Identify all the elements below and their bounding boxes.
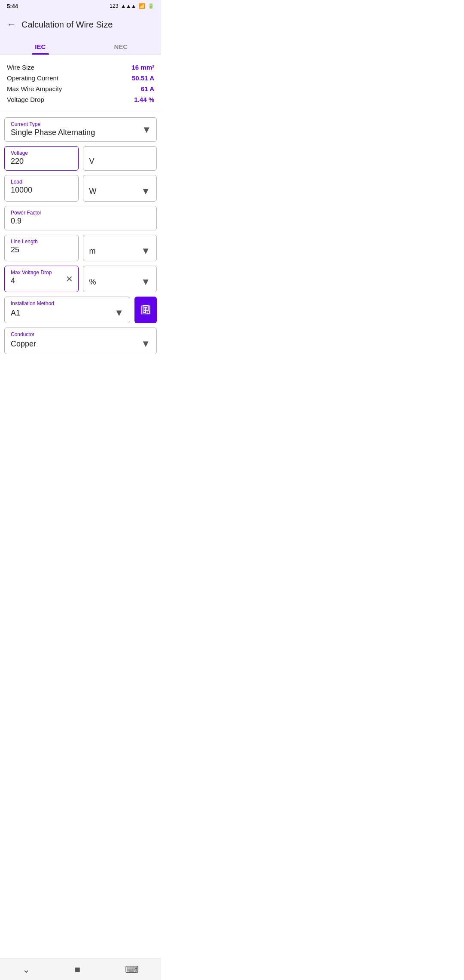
max-voltage-drop-field[interactable]: Max Voltage Drop 4 ✕ — [4, 266, 79, 292]
conductor-dropdown-icon[interactable]: ▼ — [141, 338, 150, 349]
wifi-icon: 📶 — [139, 3, 145, 9]
result-max-ampacity: Max Wire Ampacity 61 A — [7, 83, 154, 94]
result-wire-size: Wire Size 16 mm² — [7, 62, 154, 73]
power-factor-field[interactable]: Power Factor 0.9 — [4, 206, 157, 230]
result-voltage-drop: Voltage Drop 1.44 % — [7, 94, 154, 105]
line-length-unit-field[interactable]: m ▼ — [83, 235, 157, 261]
page-title: Calculation of Wire Size — [21, 20, 113, 30]
line-length-unit-dropdown-icon[interactable]: ▼ — [141, 245, 150, 257]
current-type-field[interactable]: Current Type Single Phase Alternating ▼ — [4, 117, 157, 142]
bottom-nav: ⌄ ■ ⌨ — [0, 959, 161, 980]
voltage-unit-field: V — [83, 146, 157, 171]
form-area: Current Type Single Phase Alternating ▼ … — [0, 112, 161, 359]
load-field[interactable]: Load 10000 — [4, 175, 79, 202]
max-voltage-drop-clear-icon[interactable]: ✕ — [66, 274, 73, 284]
voltage-field[interactable]: Voltage 220 — [4, 146, 79, 171]
network-icon: 123 — [110, 3, 118, 9]
status-icons: 123 ▲▲▲ 📶 🔋 — [110, 3, 154, 9]
load-unit-dropdown-icon[interactable]: ▼ — [141, 186, 150, 197]
back-button[interactable]: ← — [7, 19, 16, 30]
nav-back-button[interactable]: ⌄ — [14, 961, 39, 979]
line-length-field[interactable]: Line Length 25 — [4, 235, 79, 261]
installation-method-row: Installation Method A1 ▼ — [4, 297, 157, 323]
top-app-bar: ← Calculation of Wire Size — [0, 12, 161, 37]
conductor-field[interactable]: Conductor Copper ▼ — [4, 328, 157, 354]
max-voltage-drop-unit-field[interactable]: % ▼ — [83, 266, 157, 292]
tab-bar: IEC NEC — [0, 37, 161, 55]
tab-nec[interactable]: NEC — [81, 37, 162, 55]
tab-iec[interactable]: IEC — [0, 37, 81, 55]
nav-keyboard-button[interactable]: ⌨ — [116, 961, 147, 979]
load-unit-field[interactable]: W ▼ — [83, 175, 157, 202]
status-time: 5:44 — [7, 3, 18, 9]
line-length-row: Line Length 25 m ▼ — [4, 235, 157, 261]
voltage-row: Voltage 220 V — [4, 146, 157, 171]
status-bar: 5:44 123 ▲▲▲ 📶 🔋 — [0, 0, 161, 12]
installation-method-field[interactable]: Installation Method A1 ▼ — [4, 297, 130, 323]
max-voltage-drop-row: Max Voltage Drop 4 ✕ % ▼ — [4, 266, 157, 292]
result-operating-current: Operating Current 50.51 A — [7, 73, 154, 83]
svg-point-8 — [147, 313, 148, 313]
nav-home-button[interactable]: ■ — [66, 961, 89, 979]
results-summary: Wire Size 16 mm² Operating Current 50.51… — [0, 55, 161, 112]
signal-icon: ▲▲▲ — [121, 3, 136, 9]
installation-method-dropdown-icon[interactable]: ▼ — [114, 307, 124, 318]
current-type-dropdown-icon[interactable]: ▼ — [142, 124, 151, 135]
max-voltage-drop-unit-dropdown-icon[interactable]: ▼ — [141, 276, 150, 288]
installation-method-info-button[interactable] — [134, 297, 157, 323]
battery-icon: 🔋 — [148, 3, 154, 9]
load-row: Load 10000 W ▼ — [4, 175, 157, 202]
